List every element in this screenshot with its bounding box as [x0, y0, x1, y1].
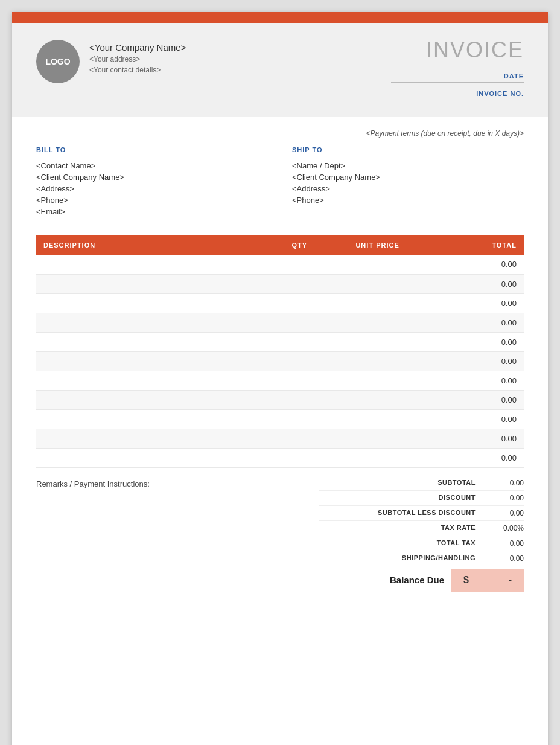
bill-to-contact: <Contact Name> [36, 161, 268, 170]
cell-qty [270, 332, 329, 351]
cell-unit-price [329, 371, 427, 390]
items-table: DESCRIPTION QTY UNIT PRICE TOTAL 0.00 0.… [36, 235, 524, 468]
totals-table: SUBTOTAL 0.00 DISCOUNT 0.00 SUBTOTAL LES… [319, 476, 524, 592]
cell-unit-price [329, 313, 427, 332]
ship-to-company: <Client Company Name> [292, 173, 524, 182]
shipping-row: SHIPPING/HANDLING 0.00 [319, 551, 524, 566]
cell-unit-price [329, 274, 427, 293]
cell-total: 0.00 [426, 274, 524, 293]
total-tax-label: TOTAL TAX [319, 539, 476, 548]
cell-description [36, 390, 270, 409]
cell-qty [270, 448, 329, 467]
bill-to-email: <Email> [36, 207, 268, 216]
billing-row: BILL TO <Contact Name> <Client Company N… [36, 146, 524, 219]
cell-unit-price [329, 351, 427, 371]
cell-unit-price [329, 332, 427, 351]
invoice-right: INVOICE DATE INVOICE NO. [391, 37, 524, 103]
invoice-no-label: INVOICE NO. [391, 90, 524, 100]
invoice-page: LOGO <Your Company Name> <Your address> … [12, 12, 548, 745]
cell-total: 0.00 [426, 293, 524, 313]
cell-unit-price [329, 429, 427, 448]
shipping-value: 0.00 [476, 554, 524, 563]
top-accent-bar [12, 12, 548, 23]
cell-description [36, 313, 270, 332]
cell-unit-price [329, 255, 427, 274]
cell-description [36, 409, 270, 429]
table-row: 0.00 [36, 255, 524, 274]
cell-qty [270, 351, 329, 371]
cell-description [36, 448, 270, 467]
date-label: DATE [391, 72, 524, 83]
totals-section: Remarks / Payment Instructions: SUBTOTAL… [12, 468, 548, 628]
table-row: 0.00 [36, 332, 524, 351]
col-description: DESCRIPTION [36, 235, 270, 255]
payment-terms: <Payment terms (due on receipt, due in X… [36, 129, 524, 138]
company-text: <Your Company Name> <Your address> <Your… [89, 37, 186, 74]
cell-total: 0.00 [426, 332, 524, 351]
table-header-row: DESCRIPTION QTY UNIT PRICE TOTAL [36, 235, 524, 255]
header-section: LOGO <Your Company Name> <Your address> … [12, 23, 548, 117]
discount-label: DISCOUNT [319, 494, 476, 502]
discount-row: DISCOUNT 0.00 [319, 491, 524, 506]
table-row: 0.00 [36, 371, 524, 390]
balance-due-row: Balance Due $ - [319, 569, 524, 592]
table-row: 0.00 [36, 390, 524, 409]
cell-total: 0.00 [426, 371, 524, 390]
cell-qty [270, 429, 329, 448]
company-name: <Your Company Name> [89, 42, 186, 53]
cell-qty [270, 255, 329, 274]
table-section: DESCRIPTION QTY UNIT PRICE TOTAL 0.00 0.… [12, 235, 548, 468]
table-row: 0.00 [36, 274, 524, 293]
cell-description [36, 351, 270, 371]
cell-total: 0.00 [426, 409, 524, 429]
cell-qty [270, 293, 329, 313]
invoice-title: INVOICE [426, 37, 524, 63]
col-qty: QTY [270, 235, 329, 255]
balance-due-value-box: $ - [451, 569, 524, 592]
bill-to-phone: <Phone> [36, 196, 268, 205]
cell-total: 0.00 [426, 313, 524, 332]
cell-total: 0.00 [426, 390, 524, 409]
table-row: 0.00 [36, 351, 524, 371]
company-info: LOGO <Your Company Name> <Your address> … [36, 37, 186, 83]
table-row: 0.00 [36, 313, 524, 332]
cell-description [36, 429, 270, 448]
cell-qty [270, 371, 329, 390]
col-total: TOTAL [426, 235, 524, 255]
table-row: 0.00 [36, 429, 524, 448]
balance-due-currency: $ [463, 575, 469, 586]
cell-total: 0.00 [426, 429, 524, 448]
shipping-label: SHIPPING/HANDLING [319, 554, 476, 563]
invoice-no-field: INVOICE NO. [391, 90, 524, 103]
content-section: <Payment terms (due on receipt, due in X… [12, 117, 548, 219]
cell-unit-price [329, 409, 427, 429]
subtotal-less-discount-label: SUBTOTAL LESS DISCOUNT [319, 509, 476, 517]
ship-to-address: <Address> [292, 184, 524, 193]
cell-total: 0.00 [426, 351, 524, 371]
cell-total: 0.00 [426, 255, 524, 274]
subtotal-value: 0.00 [476, 479, 524, 487]
cell-qty [270, 409, 329, 429]
cell-total: 0.00 [426, 448, 524, 467]
cell-unit-price [329, 293, 427, 313]
ship-to-phone: <Phone> [292, 196, 524, 205]
date-field: DATE [391, 72, 524, 85]
cell-description [36, 274, 270, 293]
subtotal-less-discount-value: 0.00 [476, 509, 524, 517]
balance-due-amount: - [509, 575, 512, 586]
tax-rate-label: TAX RATE [319, 524, 476, 532]
cell-unit-price [329, 448, 427, 467]
discount-value: 0.00 [476, 494, 524, 502]
bill-to-address: <Address> [36, 184, 268, 193]
ship-to-label: SHIP TO [292, 146, 524, 156]
cell-description [36, 255, 270, 274]
col-unit-price: UNIT PRICE [329, 235, 427, 255]
subtotal-less-discount-row: SUBTOTAL LESS DISCOUNT 0.00 [319, 506, 524, 521]
company-contact: <Your contact details> [89, 66, 186, 74]
total-tax-value: 0.00 [476, 539, 524, 548]
tax-rate-row: TAX RATE 0.00% [319, 521, 524, 536]
ship-to-col: SHIP TO <Name / Dept> <Client Company Na… [292, 146, 524, 219]
company-address: <Your address> [89, 55, 186, 63]
table-row: 0.00 [36, 293, 524, 313]
balance-due-label: Balance Due [390, 575, 451, 585]
